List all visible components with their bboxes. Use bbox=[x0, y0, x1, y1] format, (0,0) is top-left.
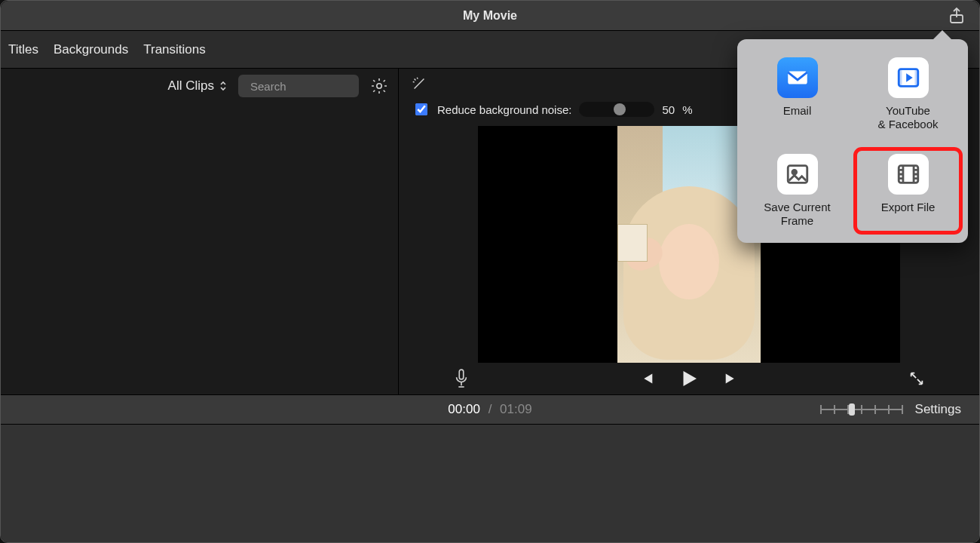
svg-point-14 bbox=[792, 170, 796, 174]
media-browser: All Clips bbox=[1, 69, 399, 394]
time-separator: / bbox=[488, 402, 492, 416]
playback-controls bbox=[399, 363, 979, 394]
clips-filter[interactable]: All Clips bbox=[168, 78, 228, 94]
tab-transitions[interactable]: Transitions bbox=[143, 42, 206, 57]
timeline-body[interactable] bbox=[1, 425, 979, 543]
play-button[interactable] bbox=[678, 367, 700, 390]
svg-rect-12 bbox=[914, 69, 917, 87]
svg-rect-9 bbox=[788, 72, 807, 84]
noise-slider[interactable] bbox=[579, 102, 654, 117]
share-youtube-facebook-button[interactable]: YouTube& Facebook bbox=[856, 53, 960, 136]
film-icon bbox=[888, 154, 929, 195]
save-frame-button[interactable]: Save Current Frame bbox=[745, 149, 850, 232]
timeline-zoom-slider[interactable] bbox=[820, 408, 903, 411]
browser-body bbox=[1, 103, 398, 394]
next-button[interactable] bbox=[723, 370, 740, 387]
share-popover: Email YouTube& Facebook Save Current Fra… bbox=[737, 39, 968, 243]
voiceover-button[interactable] bbox=[453, 368, 470, 389]
noise-value: 50 bbox=[662, 103, 675, 116]
project-title: My Movie bbox=[463, 9, 517, 23]
noise-unit: % bbox=[682, 103, 692, 116]
svg-rect-8 bbox=[459, 370, 464, 379]
browser-settings-button[interactable] bbox=[369, 76, 389, 96]
video-share-icon bbox=[888, 57, 929, 98]
prev-button[interactable] bbox=[639, 370, 655, 387]
noise-checkbox[interactable] bbox=[415, 103, 427, 115]
enhance-icon[interactable] bbox=[408, 72, 430, 95]
noise-label: Reduce background noise: bbox=[437, 103, 571, 116]
share-button[interactable] bbox=[948, 7, 966, 25]
export-file-button[interactable]: Export File bbox=[856, 149, 960, 232]
email-icon bbox=[777, 57, 818, 98]
fullscreen-button[interactable] bbox=[908, 370, 925, 387]
timeline-settings-button[interactable]: Settings bbox=[915, 402, 961, 417]
time-total: 01:09 bbox=[500, 402, 532, 416]
titlebar: My Movie bbox=[1, 1, 979, 31]
svg-rect-11 bbox=[899, 69, 902, 87]
time-display: 00:00 / 01:09 bbox=[448, 402, 531, 417]
export-file-label: Export File bbox=[881, 201, 936, 214]
search-box[interactable] bbox=[238, 75, 359, 97]
share-youtube-label: YouTube& Facebook bbox=[877, 104, 938, 131]
timeline-header: 00:00 / 01:09 Settings bbox=[1, 394, 979, 425]
tab-titles[interactable]: Titles bbox=[8, 42, 38, 57]
tab-backgrounds[interactable]: Backgrounds bbox=[54, 42, 128, 57]
share-email-label: Email bbox=[783, 104, 812, 118]
share-email-button[interactable]: Email bbox=[745, 53, 850, 136]
clips-filter-label: All Clips bbox=[168, 78, 214, 94]
image-icon bbox=[777, 154, 818, 195]
save-frame-label: Save Current Frame bbox=[748, 201, 847, 228]
time-current: 00:00 bbox=[448, 402, 480, 416]
svg-point-2 bbox=[377, 84, 381, 88]
